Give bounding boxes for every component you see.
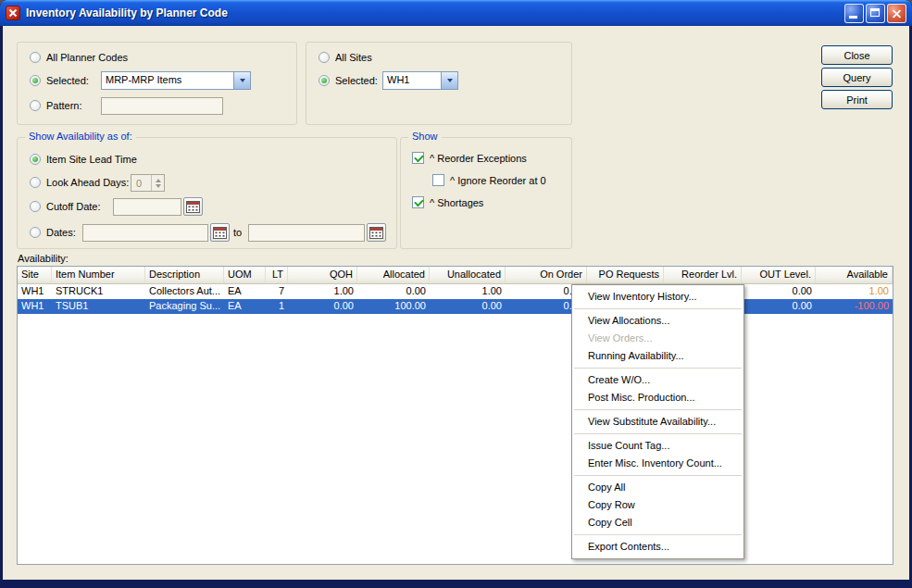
- table-cell[interactable]: 1.00: [288, 284, 357, 299]
- table-row[interactable]: WH1TSUB1Packaging Su...EA10.00100.000.00…: [18, 299, 893, 314]
- close-window-button[interactable]: [887, 4, 906, 23]
- column-header[interactable]: PO Requests: [587, 267, 664, 283]
- asof-item-site-lead-time-option[interactable]: Item Site Lead Time: [30, 154, 137, 165]
- asof-look-ahead-radio: [30, 177, 41, 188]
- table-cell[interactable]: 1.00: [816, 284, 893, 299]
- site-selected-option[interactable]: Selected:: [319, 75, 378, 86]
- column-header[interactable]: OUT Level.: [742, 267, 816, 283]
- table-cell[interactable]: Packaging Su...: [145, 299, 224, 314]
- column-header[interactable]: Description: [145, 267, 224, 283]
- context-menu-item[interactable]: Issue Count Tag...: [572, 437, 743, 455]
- table-cell[interactable]: 1: [266, 299, 288, 314]
- context-menu-item[interactable]: Copy Cell: [572, 514, 743, 532]
- reorder-exceptions-option[interactable]: ^ Reorder Exceptions: [412, 152, 527, 164]
- show-frame: Show ^ Reorder Exceptions ^ Ignore Reord…: [400, 137, 572, 249]
- planner-codes-frame: All Planner Codes Selected: MRP-MRP Item…: [17, 42, 297, 125]
- asof-cutoff-date-option[interactable]: Cutoff Date:: [30, 201, 101, 212]
- dates-to-calendar-button[interactable]: [367, 223, 386, 242]
- cutoff-date-input[interactable]: [113, 198, 181, 216]
- planner-selected-option[interactable]: Selected:: [30, 75, 89, 86]
- chevron-down-icon: [233, 72, 250, 89]
- table-cell[interactable]: TSUB1: [52, 299, 145, 314]
- planner-all-radio: [30, 52, 41, 63]
- query-button[interactable]: Query: [821, 68, 893, 87]
- column-header[interactable]: Unallocated: [430, 267, 506, 283]
- table-cell[interactable]: EA: [224, 284, 266, 299]
- context-menu-item[interactable]: Create W/O...: [572, 371, 743, 389]
- table-cell[interactable]: Collectors Aut...: [145, 284, 224, 299]
- dates-from-input[interactable]: [82, 224, 208, 242]
- column-header[interactable]: Item Number: [52, 267, 145, 283]
- column-header[interactable]: QOH: [288, 267, 357, 283]
- context-menu-item[interactable]: View Inventory History...: [572, 288, 743, 306]
- table-cell[interactable]: 0.00: [742, 284, 816, 299]
- column-header[interactable]: Allocated: [357, 267, 430, 283]
- planner-code-combo[interactable]: MRP-MRP Items: [101, 71, 251, 90]
- context-menu-item[interactable]: View Substitute Availability...: [572, 413, 743, 431]
- context-menu-item[interactable]: Post Misc. Production...: [572, 389, 743, 407]
- column-header[interactable]: UOM: [224, 267, 266, 283]
- window-title: Inventory Availability by Planner Code: [26, 6, 839, 19]
- app-icon[interactable]: [6, 6, 20, 20]
- context-menu-item[interactable]: Enter Misc. Inventory Count...: [572, 455, 743, 472]
- dates-to-input[interactable]: [248, 224, 365, 242]
- dates-to-label: to: [233, 227, 242, 238]
- ignore-reorder-option[interactable]: ^ Ignore Reorder at 0: [432, 174, 546, 186]
- close-button[interactable]: Close: [821, 45, 893, 65]
- context-menu-item[interactable]: Running Availability...: [572, 347, 743, 365]
- table-cell[interactable]: WH1: [18, 284, 52, 299]
- planner-pattern-input[interactable]: [101, 97, 223, 115]
- column-header[interactable]: Available: [816, 267, 893, 283]
- planner-pattern-radio: [30, 100, 41, 111]
- context-menu-item[interactable]: View Allocations...: [572, 312, 743, 330]
- asof-dates-option[interactable]: Dates:: [30, 227, 76, 238]
- print-button[interactable]: Print: [821, 90, 893, 109]
- shortages-checkbox: [412, 196, 424, 208]
- menu-separator: [574, 409, 742, 410]
- calendar-icon: [369, 226, 383, 239]
- planner-all-option[interactable]: All Planner Codes: [30, 52, 128, 63]
- availability-table: SiteItem NumberDescriptionUOMLTQOHAlloca…: [17, 266, 893, 565]
- minimize-button[interactable]: [844, 4, 864, 23]
- site-combo[interactable]: WH1: [382, 71, 458, 90]
- site-selected-radio: [319, 75, 330, 86]
- table-cell[interactable]: -100.00: [816, 299, 893, 314]
- ignore-reorder-label: ^ Ignore Reorder at 0: [450, 175, 546, 186]
- table-cell[interactable]: 0.00: [288, 299, 357, 314]
- asof-look-ahead-option[interactable]: Look Ahead Days:: [30, 177, 129, 188]
- table-cell[interactable]: 0.00: [357, 284, 430, 299]
- ignore-reorder-checkbox: [432, 174, 444, 186]
- context-menu-item[interactable]: Copy All: [572, 479, 743, 496]
- table-cell[interactable]: 1.00: [430, 284, 506, 299]
- context-menu-item[interactable]: Copy Row: [572, 496, 743, 514]
- shortages-option[interactable]: ^ Shortages: [412, 196, 483, 208]
- menu-separator: [574, 433, 742, 434]
- chevron-down-icon: [441, 72, 457, 89]
- context-menu-item: View Orders...: [572, 330, 743, 347]
- menu-separator: [574, 475, 742, 476]
- table-cell[interactable]: 0.00: [430, 299, 506, 314]
- title-bar: Inventory Availability by Planner Code: [0, 0, 912, 26]
- site-all-radio: [319, 52, 330, 63]
- planner-pattern-option[interactable]: Pattern:: [30, 100, 82, 111]
- column-header[interactable]: On Order: [506, 267, 587, 283]
- table-cell[interactable]: STRUCK1: [52, 284, 145, 299]
- table-cell[interactable]: 0.00: [742, 299, 816, 314]
- column-header[interactable]: LT: [266, 267, 288, 283]
- site-all-option[interactable]: All Sites: [319, 52, 372, 63]
- dates-from-calendar-button[interactable]: [210, 223, 230, 242]
- table-cell[interactable]: EA: [224, 299, 266, 314]
- asof-frame-title: Show Availability as of:: [25, 131, 136, 142]
- table-cell[interactable]: 100.00: [357, 299, 430, 314]
- menu-separator: [574, 308, 742, 309]
- look-ahead-days-spinner[interactable]: 0: [131, 174, 165, 192]
- column-header[interactable]: Reorder Lvl.: [664, 267, 742, 283]
- table-cell[interactable]: 7: [266, 284, 288, 299]
- table-row[interactable]: WH1STRUCK1Collectors Aut...EA71.000.001.…: [18, 284, 893, 299]
- context-menu-item[interactable]: Export Contents...: [572, 538, 743, 556]
- cutoff-date-calendar-button[interactable]: [183, 197, 203, 216]
- availability-label: Availability:: [18, 253, 69, 264]
- table-cell[interactable]: WH1: [18, 299, 52, 314]
- maximize-button[interactable]: [866, 4, 885, 23]
- column-header[interactable]: Site: [18, 267, 52, 283]
